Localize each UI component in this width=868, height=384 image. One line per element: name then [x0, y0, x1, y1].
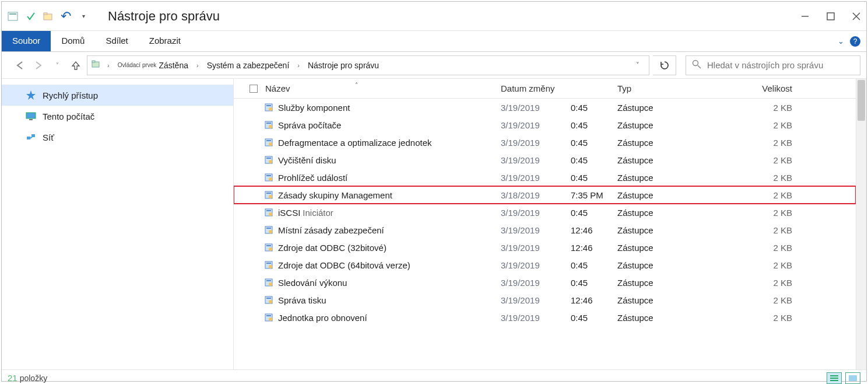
tab-home[interactable]: Domů: [51, 31, 95, 51]
nav-back-button[interactable]: [12, 58, 27, 73]
svg-point-34: [269, 195, 272, 198]
shortcut-icon: [262, 102, 276, 113]
file-name: Správa tisku: [276, 295, 501, 305]
status-bar: 21 položky: [2, 369, 866, 384]
maximize-button[interactable]: [825, 11, 836, 22]
file-row[interactable]: Sledování výkonu3/19/20190:45Zástupce2 K…: [234, 274, 856, 291]
file-row[interactable]: Místní zásady zabezpečení3/19/201912:46Z…: [234, 221, 856, 239]
svg-rect-36: [266, 210, 271, 211]
search-box[interactable]: [686, 55, 860, 75]
file-type: Zástupce: [617, 173, 734, 183]
file-date: 3/19/2019: [501, 295, 571, 305]
undo-qat-icon[interactable]: ↶: [59, 9, 73, 23]
chevron-right-icon[interactable]: ›: [295, 62, 302, 69]
file-row[interactable]: iSCSIIniciátor3/19/20190:45Zástupce2 KB: [234, 204, 856, 221]
file-type: Zástupce: [617, 225, 734, 235]
nav-up-button[interactable]: [68, 58, 83, 73]
tab-share[interactable]: Sdílet: [95, 31, 138, 51]
file-row[interactable]: Prohlížeč událostí3/19/20190:45Zástupce2…: [234, 169, 856, 186]
file-time: 0:45: [571, 103, 617, 113]
column-header-size[interactable]: Velikost: [734, 83, 804, 93]
navigation-pane: Rychlý přístup Tento počítač Síť: [2, 79, 234, 369]
shortcut-icon: [262, 190, 276, 200]
breadcrumb-control-panel[interactable]: Ovládací prvek Zástěna: [115, 56, 191, 75]
column-header-date[interactable]: Datum změny: [501, 83, 617, 93]
tab-file[interactable]: Soubor: [2, 31, 51, 51]
shortcut-icon: [262, 172, 276, 183]
star-icon: [25, 89, 37, 101]
file-row[interactable]: Správa tisku3/19/201912:46Zástupce2 KB: [234, 291, 856, 309]
svg-rect-1: [9, 13, 16, 15]
svg-rect-42: [266, 245, 271, 246]
svg-point-31: [269, 177, 272, 181]
column-header-type[interactable]: Typ: [617, 83, 734, 93]
file-name: Defragmentace a optimalizace jednotek: [276, 138, 501, 148]
chevron-right-icon[interactable]: ›: [194, 62, 201, 69]
file-time: 0:45: [571, 208, 617, 218]
tab-view[interactable]: Zobrazit: [139, 31, 191, 51]
new-folder-qat-icon[interactable]: [41, 9, 55, 23]
svg-rect-45: [266, 263, 271, 264]
address-bar[interactable]: › Ovládací prvek Zástěna › Systém a zabe…: [87, 55, 649, 75]
file-row[interactable]: Zdroje dat ODBC (64bitová verze)3/19/201…: [234, 256, 856, 274]
ribbon-expand-icon[interactable]: ⌄: [838, 37, 844, 46]
breadcrumb-system-security[interactable]: Systém a zabezpečení: [205, 56, 292, 75]
help-icon[interactable]: ?: [850, 36, 860, 47]
svg-point-52: [269, 300, 272, 303]
file-row[interactable]: Jednotka pro obnovení3/19/20190:45Zástup…: [234, 309, 856, 326]
svg-point-19: [269, 107, 272, 111]
file-time: 7:35 PM: [571, 190, 617, 200]
file-type: Zástupce: [617, 278, 734, 288]
svg-point-22: [269, 125, 272, 128]
view-large-icons-button[interactable]: [845, 372, 860, 384]
search-input[interactable]: [706, 60, 854, 71]
file-row[interactable]: Správa počítače3/19/20190:45Zástupce2 KB: [234, 116, 856, 134]
file-type: Zástupce: [617, 208, 734, 218]
titlebar: ↶ ▾ Nástroje pro správu: [2, 2, 866, 31]
file-type: Zástupce: [617, 120, 734, 130]
file-date: 3/19/2019: [501, 243, 571, 253]
svg-rect-51: [266, 298, 271, 299]
svg-rect-12: [26, 113, 36, 118]
close-button[interactable]: [851, 11, 862, 22]
select-all-checkbox[interactable]: [249, 85, 258, 93]
file-time: 12:46: [571, 243, 617, 253]
view-details-button[interactable]: [827, 372, 842, 384]
svg-rect-24: [266, 140, 271, 141]
sidebar-network[interactable]: Síť: [2, 127, 233, 148]
breadcrumb-admin-tools[interactable]: Nástroje pro správu: [305, 56, 381, 75]
file-size: 2 KB: [734, 103, 804, 113]
file-date: 3/18/2019: [501, 190, 571, 200]
window-title: Nástroje pro správu: [108, 9, 220, 24]
properties-qat-icon[interactable]: [24, 9, 38, 23]
refresh-button[interactable]: [653, 55, 676, 75]
sidebar-quick-access[interactable]: Rychlý přístup: [2, 85, 233, 106]
nav-forward-button[interactable]: [31, 58, 46, 73]
scrollbar-thumb[interactable]: [858, 80, 865, 121]
file-row[interactable]: Zásady skupiny Management3/18/20197:35 P…: [234, 186, 856, 204]
file-type: Zástupce: [617, 243, 734, 253]
file-row[interactable]: Defragmentace a optimalizace jednotek3/1…: [234, 134, 856, 151]
qat-dropdown-icon[interactable]: ▾: [76, 9, 90, 23]
file-type: Zástupce: [617, 313, 734, 323]
nav-recent-dropdown[interactable]: ˅: [50, 58, 65, 73]
vertical-scrollbar[interactable]: [856, 79, 866, 369]
file-size: 2 KB: [734, 260, 804, 270]
column-header-name[interactable]: Název ˄: [262, 83, 501, 93]
shortcut-icon: [262, 155, 276, 165]
file-name: Zdroje dat ODBC (64bitová verze): [276, 260, 501, 270]
file-date: 3/19/2019: [501, 103, 571, 113]
shortcut-icon: [262, 242, 276, 253]
svg-point-25: [269, 142, 272, 146]
chevron-right-icon[interactable]: ›: [105, 62, 112, 69]
svg-rect-39: [266, 228, 271, 229]
address-dropdown-icon[interactable]: ˅: [630, 58, 645, 73]
file-row[interactable]: Vyčištění disku3/19/20190:45Zástupce2 KB: [234, 151, 856, 169]
svg-rect-59: [849, 375, 857, 381]
sidebar-item-label: Síť: [43, 132, 54, 142]
file-row[interactable]: Služby komponent3/19/20190:45Zástupce2 K…: [234, 99, 856, 116]
sidebar-this-pc[interactable]: Tento počítač: [2, 106, 233, 127]
file-name: Vyčištění disku: [276, 155, 501, 165]
file-row[interactable]: Zdroje dat ODBC (32bitové)3/19/201912:46…: [234, 239, 856, 256]
minimize-button[interactable]: [800, 11, 810, 22]
